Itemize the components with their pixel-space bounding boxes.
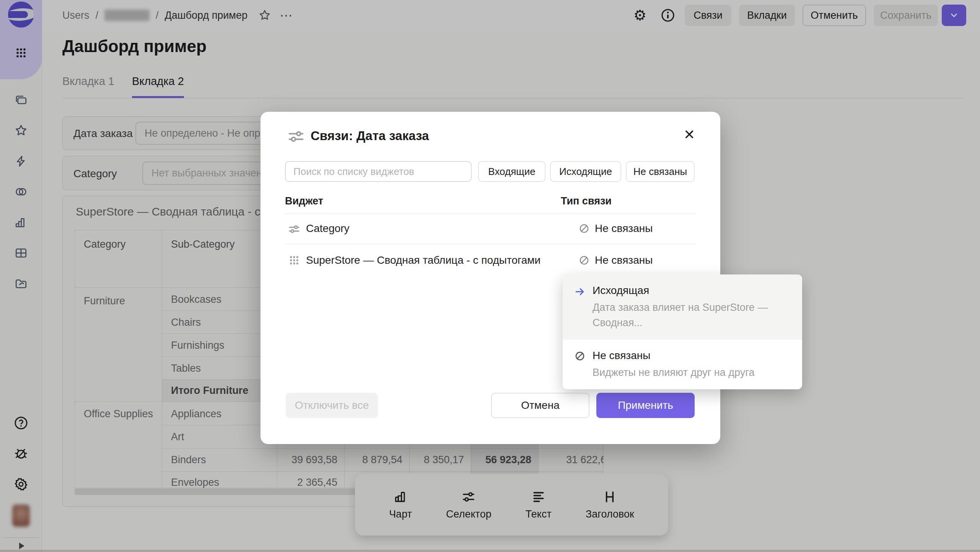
disable-all-button[interactable]: Отключить все — [286, 393, 378, 418]
no-link-icon — [578, 223, 590, 234]
page-bottom-edge — [0, 550, 980, 552]
dropdown-option-unlinked[interactable]: Не связаны Виджеты не влияют друг на дру… — [563, 340, 802, 389]
filter-unlinked-button[interactable]: Не связаны — [626, 161, 695, 182]
disable-all-label: Отключить все — [295, 399, 369, 412]
filter-incoming-label: Входящие — [488, 166, 535, 178]
no-link-icon — [578, 255, 590, 266]
dropdown-option-description: Виджеты не влияют друг на друга — [593, 365, 754, 380]
link-type-dropdown: Исходящая Дата заказа влияет на SuperSto… — [563, 274, 802, 389]
add-selector-button[interactable]: Селектор — [446, 489, 492, 520]
add-header-label: Заголовок — [586, 508, 634, 520]
no-link-icon — [574, 349, 586, 380]
add-header-button[interactable]: Заголовок — [586, 489, 634, 520]
modal-apply-button[interactable]: Применить — [596, 393, 695, 418]
dropdown-option-outgoing[interactable]: Исходящая Дата заказа влияет на SuperSto… — [563, 274, 802, 340]
link-type-value[interactable]: Не связаны — [595, 254, 653, 266]
add-text-label: Текст — [526, 508, 552, 520]
selector-sliders-icon — [461, 489, 476, 505]
link-type-value[interactable]: Не связаны — [595, 222, 653, 235]
chart-icon — [393, 489, 408, 505]
filter-unlinked-label: Не связаны — [633, 166, 687, 178]
app-window: Users / / Дашборд пример ⋯ ⚙ Связи Вклад… — [0, 0, 980, 552]
modal-cancel-button[interactable]: Отмена — [491, 393, 589, 418]
widget-search-input[interactable] — [285, 161, 472, 182]
widget-link-row[interactable]: SuperStore — Сводная таблица - с подытог… — [260, 244, 720, 276]
modal-close-icon[interactable]: ✕ — [684, 128, 695, 142]
selector-sliders-icon — [288, 223, 300, 235]
heading-icon — [602, 489, 617, 505]
modal-cancel-label: Отмена — [521, 399, 559, 412]
dropdown-option-title: Не связаны — [593, 349, 754, 362]
widget-add-toolbar: Чарт Селектор Текст Заголовок — [355, 474, 668, 536]
add-text-button[interactable]: Текст — [526, 489, 552, 520]
filter-incoming-button[interactable]: Входящие — [478, 161, 545, 182]
text-icon — [531, 489, 546, 505]
filter-outgoing-label: Исходящие — [559, 166, 612, 178]
filter-outgoing-button[interactable]: Исходящие — [550, 161, 621, 182]
widget-row-label: Category — [306, 222, 350, 235]
modal-apply-label: Применить — [618, 399, 673, 412]
modal-title: Связи: Дата заказа — [311, 129, 429, 143]
dropdown-option-description: Дата заказа влияет на SuperStore — Сводн… — [593, 300, 776, 330]
add-chart-label: Чарт — [389, 508, 412, 520]
dropdown-option-title: Исходящая — [593, 284, 776, 297]
selector-sliders-icon — [287, 128, 305, 145]
widget-row-label: SuperStore — Сводная таблица - с подытог… — [306, 254, 540, 266]
column-header-link-type: Тип связи — [561, 195, 612, 207]
column-header-widget: Виджет — [285, 195, 323, 207]
add-chart-button[interactable]: Чарт — [389, 489, 412, 520]
arrow-right-icon — [574, 284, 586, 330]
widget-link-row[interactable]: Category Не связаны — [260, 214, 720, 244]
table-widget-icon — [288, 254, 300, 266]
add-selector-label: Селектор — [446, 508, 492, 520]
